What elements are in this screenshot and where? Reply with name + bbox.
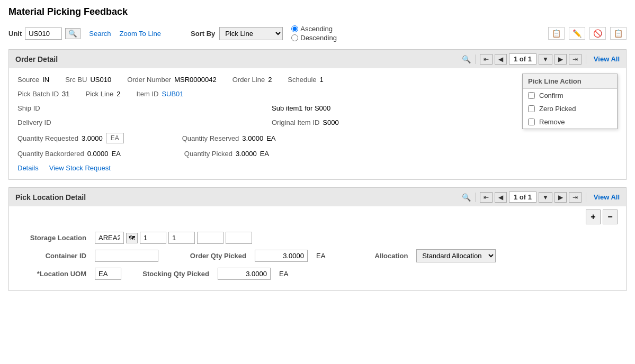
qty-backordered-label: Quantity Backordered — [17, 150, 84, 158]
descending-label: Descending — [300, 34, 337, 42]
order-qty-picked-input[interactable] — [255, 250, 308, 262]
pick-action-zero-picked-label: Zero Picked — [539, 105, 576, 113]
pick-batch-label: Pick Batch ID — [17, 90, 59, 98]
allocation-select[interactable]: Standard Allocation Manual Allocation — [416, 249, 496, 262]
descending-radio[interactable] — [291, 34, 298, 41]
storage-location-group: 🗺 — [95, 232, 252, 244]
container-id-input[interactable] — [95, 250, 158, 262]
unit-label: Unit — [8, 30, 22, 38]
order-detail-prev-btn[interactable]: ◀ — [495, 54, 507, 65]
details-link[interactable]: Details — [17, 164, 39, 172]
nav-separator-1 — [475, 54, 476, 64]
pick-location-next-btn[interactable]: ▶ — [554, 192, 567, 203]
qty-picked-field: Quantity Picked 3.0000 EA — [184, 150, 269, 158]
ascending-radio-label[interactable]: Ascending — [291, 25, 337, 33]
original-item-id-field: Original Item ID S000 — [272, 119, 339, 126]
storage-area-input[interactable] — [95, 232, 124, 244]
descending-radio-label[interactable]: Descending — [291, 34, 337, 42]
sort-by-group: Sort By Pick Line Item ID Ship ID — [191, 27, 283, 40]
pick-line-action-header: Pick Line Action — [523, 74, 617, 89]
pick-location-search-btn[interactable]: 🔍 — [462, 193, 471, 202]
order-qty-picked-label: Order Qty Picked — [177, 252, 246, 260]
pick-action-zero-picked-checkbox[interactable] — [528, 105, 535, 112]
storage-field-4-input[interactable] — [226, 232, 252, 244]
unit-group: Unit 🔍 — [8, 28, 81, 40]
allocation-label: Allocation — [339, 252, 408, 260]
pick-line-field: Pick Line 2 — [86, 90, 121, 98]
order-detail-body: Source IN Src BU US010 Order Number MSR0… — [9, 68, 626, 179]
location-uom-input[interactable] — [95, 268, 121, 280]
pick-action-remove-checkbox[interactable] — [528, 119, 535, 125]
toolbar-icon-btn-1[interactable]: 📋 — [548, 27, 565, 40]
pick-location-view-all[interactable]: View All — [594, 193, 620, 201]
storage-map-icon-btn[interactable]: 🗺 — [126, 233, 138, 243]
pick-location-page-indicator: 1 of 1 — [509, 192, 536, 203]
pick-batch-field: Pick Batch ID 31 — [17, 90, 70, 98]
zoom-to-line-link[interactable]: Zoom To Line — [119, 30, 161, 38]
location-uom-label: *Location UOM — [17, 270, 86, 278]
sort-by-select[interactable]: Pick Line Item ID Ship ID — [219, 27, 283, 40]
pick-action-confirm-item[interactable]: Confirm — [523, 89, 617, 102]
order-detail-title: Order Detail — [15, 55, 58, 63]
stocking-qty-picked-input[interactable] — [218, 268, 271, 280]
toolbar-icon-btn-3[interactable]: 🚫 — [589, 27, 606, 40]
schedule-label: Schedule — [288, 76, 316, 84]
qty-row-2: Quantity Backordered 0.0000 EA Quantity … — [17, 150, 618, 158]
pick-location-page-dropdown-btn[interactable]: ▼ — [539, 192, 552, 203]
links-row: Details View Stock Request — [17, 164, 618, 172]
ship-id-label: Ship ID — [17, 104, 40, 112]
qty-backordered-uom: EA — [112, 150, 121, 158]
order-detail-nav: 🔍 ⇤ ◀ 1 of 1 ▼ ▶ ⇥ View All — [462, 53, 620, 65]
pick-location-last-btn[interactable]: ⇥ — [569, 192, 582, 203]
remove-row-button[interactable]: − — [603, 210, 618, 224]
ascending-label: Ascending — [300, 25, 333, 33]
order-detail-last-btn[interactable]: ⇥ — [569, 54, 582, 65]
pick-action-remove-label: Remove — [539, 118, 565, 126]
sort-order-group: Ascending Descending — [291, 25, 337, 42]
item-id-label: Item ID — [136, 90, 158, 98]
order-detail-search-btn[interactable]: 🔍 — [462, 55, 471, 63]
container-qty-alloc-row: Container ID Order Qty Picked EA Allocat… — [17, 249, 618, 262]
delivery-id-label: Delivery ID — [17, 119, 51, 126]
schedule-field: Schedule 1 — [288, 76, 323, 84]
toolbar-icon-btn-2[interactable]: ✏️ — [569, 27, 585, 40]
container-id-label: Container ID — [17, 252, 86, 260]
unit-input[interactable] — [25, 28, 62, 40]
pick-location-first-btn[interactable]: ⇤ — [480, 192, 493, 203]
storage-field-1-input[interactable] — [140, 232, 166, 244]
order-line-label: Order Line — [232, 76, 265, 84]
order-detail-next-btn[interactable]: ▶ — [554, 54, 567, 65]
order-detail-header-left: Order Detail — [15, 55, 58, 63]
order-detail-view-all[interactable]: View All — [594, 55, 620, 63]
pick-location-form: Storage Location 🗺 Container ID Order Qt… — [9, 226, 626, 290]
pick-action-confirm-checkbox[interactable] — [528, 92, 535, 99]
qty-reserved-label: Quantity Reserved — [182, 134, 239, 142]
pick-action-zero-picked-item[interactable]: Zero Picked — [523, 102, 617, 115]
toolbar-icon-btn-4[interactable]: 📋 — [610, 27, 627, 40]
storage-field-2-input[interactable] — [168, 232, 195, 244]
sort-by-label: Sort By — [191, 30, 215, 38]
search-link[interactable]: Search — [89, 30, 111, 38]
pick-action-remove-item[interactable]: Remove — [523, 115, 617, 129]
pick-line-value: 2 — [117, 90, 120, 98]
qty-requested-value: 3.0000 — [82, 134, 103, 142]
source-value: IN — [42, 76, 49, 84]
item-id-field: Item ID SUB01 — [136, 90, 183, 98]
qty-reserved-uom: EA — [266, 134, 275, 142]
pick-line-action-dropdown: Pick Line Action Confirm Zero Picked Rem… — [522, 74, 618, 129]
view-stock-link[interactable]: View Stock Request — [49, 164, 111, 172]
qty-reserved-field: Quantity Reserved 3.0000 EA — [182, 134, 276, 142]
item-id-value[interactable]: SUB01 — [162, 90, 183, 98]
page-title: Material Picking Feedback — [8, 6, 627, 17]
nav-separator-2 — [586, 54, 586, 64]
ascending-radio[interactable] — [291, 25, 298, 32]
qty-reserved-value: 3.0000 — [242, 134, 263, 142]
qty-requested-uom: EA — [106, 133, 124, 143]
pick-location-prev-btn[interactable]: ◀ — [495, 192, 507, 203]
storage-field-3-input[interactable] — [197, 232, 223, 244]
order-detail-first-btn[interactable]: ⇤ — [480, 54, 493, 65]
order-detail-header: Order Detail 🔍 ⇤ ◀ 1 of 1 ▼ ▶ ⇥ View All — [9, 50, 626, 68]
order-detail-page-dropdown-btn[interactable]: ▼ — [539, 54, 552, 65]
unit-search-icon-btn[interactable]: 🔍 — [65, 28, 81, 39]
add-row-button[interactable]: + — [586, 210, 601, 224]
